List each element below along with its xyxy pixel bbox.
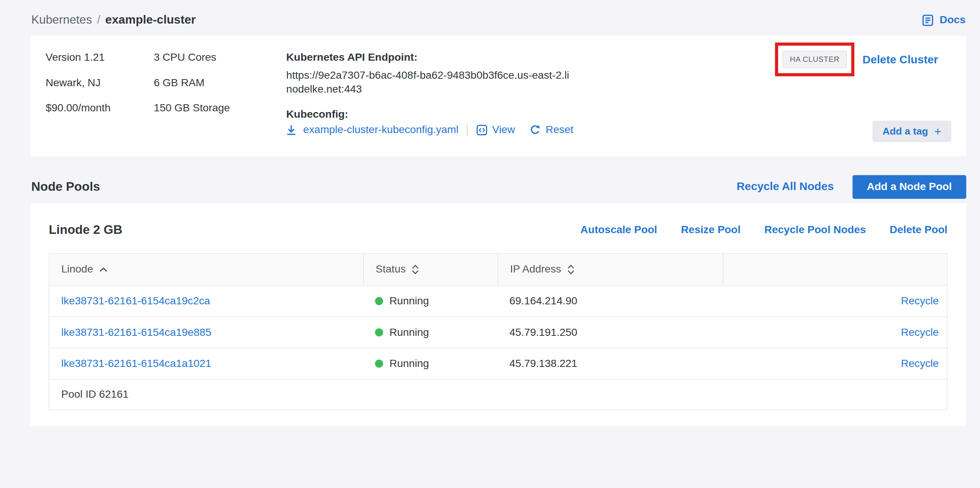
cluster-cpu: 3 CPU Cores [154,45,230,70]
recycle-node-button[interactable]: Recycle [901,357,939,370]
delete-cluster-button[interactable]: Delete Cluster [862,53,938,66]
pool-name: Linode 2 GB [49,223,557,237]
api-endpoint-url: https://9e2a7307-b6ac-408f-ba62-9483b0b3… [286,69,575,96]
column-header-ip-address[interactable]: IP Address [498,254,723,285]
pool-header: Linode 2 GB Autoscale Pool Resize Pool R… [49,223,947,237]
download-icon[interactable] [285,124,298,136]
delete-pool-button[interactable]: Delete Pool [890,223,947,236]
cluster-ram: 6 GB RAM [154,70,230,96]
node-pools-header: Node Pools Recycle All Nodes Add a Node … [31,174,966,199]
node-pool-card: Linode 2 GB Autoscale Pool Resize Pool R… [30,203,966,426]
column-label-status: Status [376,263,406,276]
autoscale-pool-button[interactable]: Autoscale Pool [580,223,657,236]
table-row: lke38731-62161-6154ca1a1021 Running 45.7… [49,348,947,379]
recycle-all-nodes-button[interactable]: Recycle All Nodes [737,180,834,193]
recycle-node-button[interactable]: Recycle [901,326,939,338]
ha-cluster-chip: HA CLUSTER [782,51,846,68]
node-link[interactable]: lke38731-62161-6154ca1a1021 [61,357,212,370]
top-bar: Kubernetes / example-cluster Docs [0,0,980,33]
annotation-highlight-box: HA CLUSTER [775,42,854,76]
kubernetes-cluster-page: Kubernetes / example-cluster Docs Versio… [0,0,980,488]
node-status-cell: Running [363,285,498,316]
cluster-specs-column-2: 3 CPU Cores 6 GB RAM 150 GB Storage [154,45,230,121]
node-ip: 69.164.214.90 [498,285,723,316]
docs-link[interactable]: Docs [921,13,966,27]
kubeconfig-row: example-cluster-kubeconfig.yaml View Res… [285,124,574,136]
cluster-storage: 150 GB Storage [154,96,230,121]
node-pools-title: Node Pools [31,180,737,194]
node-link[interactable]: lke38731-62161-6154ca19c2ca [61,295,210,307]
table-header: Linode Status IP Address [49,254,947,285]
kubeconfig-download-link[interactable]: example-cluster-kubeconfig.yaml [303,124,458,136]
cluster-summary-card: Version 1.21 Newark, NJ $90.00/month 3 C… [30,36,966,156]
node-link[interactable]: lke38731-62161-6154ca19e885 [61,326,212,338]
column-header-actions [723,254,947,285]
node-status-cell: Running [363,348,498,379]
status-running-dot [375,359,383,368]
breadcrumb-kubernetes[interactable]: Kubernetes [31,13,92,27]
reset-icon [529,124,541,136]
divider [466,124,467,136]
column-label-linode: Linode [61,263,93,276]
recycle-pool-nodes-button[interactable]: Recycle Pool Nodes [764,223,866,236]
recycle-node-button[interactable]: Recycle [901,295,939,307]
column-header-linode[interactable]: Linode [49,254,363,285]
view-code-icon [476,124,488,136]
plus-icon: + [934,126,942,137]
column-header-status[interactable]: Status [363,254,498,285]
node-ip: 45.79.138.221 [498,348,723,379]
breadcrumb: Kubernetes / example-cluster [31,13,196,27]
column-label-ip-address: IP Address [510,263,561,276]
resize-pool-button[interactable]: Resize Pool [681,223,741,236]
node-status-cell: Running [363,317,498,348]
cluster-region: Newark, NJ [46,70,110,96]
cluster-specs-column-1: Version 1.21 Newark, NJ $90.00/month [46,45,110,121]
breadcrumb-separator: / [97,13,100,27]
table-row: lke38731-62161-6154ca19c2ca Running 69.1… [49,285,947,316]
docs-icon [921,13,935,27]
sort-ascending-icon [99,267,108,273]
api-endpoint-label: Kubernetes API Endpoint: [286,51,580,64]
breadcrumb-cluster-name: example-cluster [105,13,196,27]
kubeconfig-view-link[interactable]: View [492,124,515,136]
sort-both-icon [411,264,420,275]
status-label: Running [389,326,429,338]
status-running-dot [375,329,383,336]
pool-id-footer: Pool ID 62161 [49,379,947,410]
add-node-pool-button[interactable]: Add a Node Pool [853,175,967,198]
kubeconfig-label: Kubeconfig: [286,108,348,121]
kubeconfig-reset-link[interactable]: Reset [546,124,574,136]
status-running-dot [375,297,383,305]
status-label: Running [389,357,429,370]
node-ip: 45.79.191.250 [498,317,723,348]
cluster-price: $90.00/month [46,96,110,121]
status-label: Running [389,295,429,307]
api-endpoint-block: Kubernetes API Endpoint: https://9e2a730… [286,51,580,96]
docs-label: Docs [940,14,966,26]
table-row: lke38731-62161-6154ca19e885 Running 45.7… [49,316,947,348]
sort-both-icon [567,264,575,275]
cluster-version: Version 1.21 [46,45,110,70]
add-tag-button[interactable]: Add a tag + [872,121,951,142]
pool-id-label: Pool ID 62161 [61,388,129,401]
nodes-table: Linode Status IP Address [49,254,947,410]
add-tag-label: Add a tag [883,126,928,137]
